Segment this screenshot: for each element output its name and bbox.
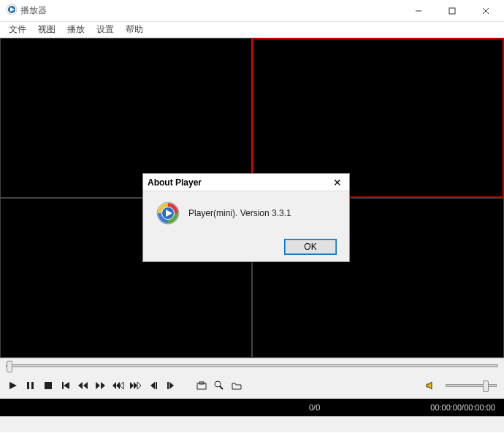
speaker-icon[interactable]: [425, 380, 437, 391]
svg-marker-23: [150, 382, 155, 389]
maximize-button[interactable]: [435, 1, 469, 21]
fast-forward-icon[interactable]: [130, 380, 142, 391]
prev-track-icon[interactable]: [60, 380, 72, 391]
time-display: 00:00:00/00:00:00: [430, 403, 495, 412]
minimize-button[interactable]: [402, 1, 435, 21]
footer-strip: [0, 416, 504, 432]
svg-marker-20: [130, 382, 134, 389]
svg-marker-7: [9, 382, 17, 389]
svg-rect-25: [167, 382, 169, 389]
dialog-close-icon[interactable]: ✕: [330, 177, 345, 188]
svg-rect-9: [31, 382, 34, 389]
pause-icon[interactable]: [25, 380, 37, 391]
dialog-titlebar[interactable]: About Player ✕: [143, 174, 349, 191]
about-dialog: About Player ✕ Player(mini). Version 3.3…: [142, 173, 350, 262]
status-bar: 0/0 00:00:00/00:00:00: [0, 399, 504, 416]
volume-thumb[interactable]: [483, 380, 489, 392]
player-logo-icon: [156, 202, 180, 225]
playback-controls: [0, 372, 504, 399]
ok-button[interactable]: OK: [285, 240, 336, 254]
svg-marker-19: [120, 382, 123, 389]
svg-marker-22: [137, 382, 141, 389]
fast-rewind-icon[interactable]: [112, 380, 124, 391]
svg-point-29: [215, 381, 221, 387]
screenshot-icon[interactable]: [196, 380, 207, 391]
svg-marker-13: [78, 382, 83, 389]
menu-play[interactable]: 播放: [61, 22, 91, 37]
zoom-icon[interactable]: [213, 380, 225, 391]
svg-marker-12: [64, 382, 69, 389]
svg-marker-16: [101, 382, 105, 389]
svg-rect-10: [45, 382, 52, 389]
step-forward-icon[interactable]: [165, 380, 177, 391]
close-button[interactable]: [469, 1, 503, 21]
svg-marker-14: [83, 382, 88, 389]
frame-counter: 0/0: [9, 403, 430, 412]
svg-line-30: [220, 386, 223, 389]
menubar: 文件 视图 播放 设置 帮助: [0, 22, 504, 38]
svg-marker-26: [169, 382, 174, 389]
open-folder-icon[interactable]: [231, 380, 243, 391]
dialog-title: About Player: [148, 177, 330, 188]
menu-view[interactable]: 视图: [32, 22, 61, 37]
svg-marker-21: [134, 382, 137, 389]
app-icon: [6, 4, 18, 18]
menu-file[interactable]: 文件: [3, 22, 32, 37]
rewind-icon[interactable]: [77, 380, 89, 391]
svg-marker-31: [427, 382, 432, 389]
svg-marker-18: [116, 382, 120, 389]
svg-rect-11: [62, 382, 64, 389]
menu-settings[interactable]: 设置: [91, 22, 120, 37]
seek-thumb[interactable]: [7, 361, 12, 372]
play-icon[interactable]: [7, 380, 19, 391]
window-title: 播放器: [20, 4, 402, 17]
forward-icon[interactable]: [95, 380, 107, 391]
volume-slider[interactable]: [446, 384, 497, 387]
seek-bar[interactable]: [0, 358, 504, 372]
svg-marker-15: [96, 382, 100, 389]
svg-rect-8: [27, 382, 29, 389]
menu-help[interactable]: 帮助: [120, 22, 149, 37]
stop-icon[interactable]: [42, 380, 54, 391]
step-back-icon[interactable]: [148, 380, 159, 391]
dialog-message: Player(mini). Version 3.3.1: [188, 208, 291, 218]
svg-rect-4: [449, 8, 455, 14]
svg-rect-24: [156, 382, 157, 389]
titlebar: 播放器: [0, 0, 504, 22]
svg-marker-17: [112, 382, 116, 389]
